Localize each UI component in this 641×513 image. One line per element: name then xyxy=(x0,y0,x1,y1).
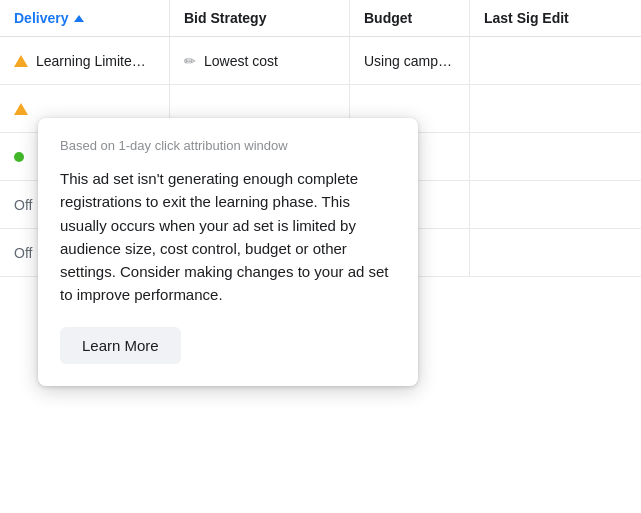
bid-col-label: Bid Strategy xyxy=(184,10,266,26)
popover-subtitle: Based on 1-day click attribution window xyxy=(60,138,396,153)
last-sig-col-label: Last Sig Edit xyxy=(484,10,569,26)
last-sig-cell-2 xyxy=(470,85,641,132)
budget-text-1: Using camp… xyxy=(364,53,452,69)
last-sig-cell-4 xyxy=(470,181,641,228)
col-last-sig-header[interactable]: Last Sig Edit xyxy=(470,0,641,36)
delivery-text-1: Learning Limite… xyxy=(36,53,146,69)
tooltip-popover: Based on 1-day click attribution window … xyxy=(38,118,418,386)
col-delivery-header[interactable]: Delivery xyxy=(0,0,170,36)
col-budget-header[interactable]: Budget xyxy=(350,0,470,36)
warning-triangle-icon xyxy=(14,55,28,67)
delivery-cell-1: Learning Limite… xyxy=(0,37,170,84)
col-bid-header[interactable]: Bid Strategy xyxy=(170,0,350,36)
learn-more-button[interactable]: Learn More xyxy=(60,327,181,364)
off-text-4: Off xyxy=(14,197,32,213)
off-text-5: Off xyxy=(14,245,32,261)
last-sig-cell-3 xyxy=(470,133,641,180)
last-sig-cell-5 xyxy=(470,229,641,276)
bid-text-1: Lowest cost xyxy=(204,53,278,69)
budget-col-label: Budget xyxy=(364,10,412,26)
sort-arrow-icon xyxy=(74,15,84,22)
warning-triangle-icon xyxy=(14,103,28,115)
bid-cell-1[interactable]: ✏ Lowest cost xyxy=(170,37,350,84)
delivery-col-label: Delivery xyxy=(14,10,68,26)
active-dot-icon xyxy=(14,152,24,162)
last-sig-cell-1 xyxy=(470,37,641,84)
popover-body: This ad set isn't generating enough comp… xyxy=(60,167,396,307)
table-header: Delivery Bid Strategy Budget Last Sig Ed… xyxy=(0,0,641,37)
pencil-icon: ✏ xyxy=(184,53,196,69)
budget-cell-1: Using camp… xyxy=(350,37,470,84)
table-row: Learning Limite… ✏ Lowest cost Using cam… xyxy=(0,37,641,85)
